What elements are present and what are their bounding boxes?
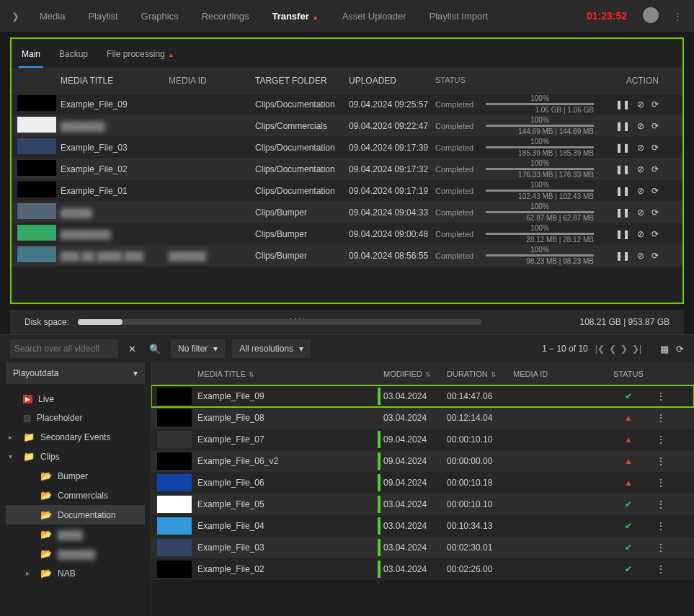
mcol-id[interactable]: MEDIA ID — [513, 370, 548, 378]
tree-item-bumper[interactable]: 📂Bumper — [6, 466, 145, 486]
row-menu-icon[interactable]: ⋮ — [657, 456, 665, 466]
topnav-tab-transfer[interactable]: Transfer▲ — [262, 4, 329, 29]
topnav-tab-playlist[interactable]: Playlist — [78, 4, 128, 29]
transfer-row[interactable]: ▓▓▓▓▓▓▓▓ Clips/Bumper 09.04.2024 09:00:4… — [12, 223, 682, 245]
row-target: Clips/Documentation — [255, 99, 349, 110]
search-input[interactable] — [10, 339, 118, 358]
refresh-icon[interactable]: ⟳ — [676, 344, 684, 354]
transfer-row[interactable]: Example_File_03 Clips/Documentation 09.0… — [12, 137, 682, 159]
pause-icon[interactable]: ❚❚ — [615, 229, 630, 239]
pause-icon[interactable]: ❚❚ — [615, 164, 630, 174]
pause-icon[interactable]: ❚❚ — [615, 186, 630, 196]
media-row[interactable]: Example_File_09 03.04.2024 00:14:47.06 ✔… — [151, 385, 694, 407]
tree-item-documentation[interactable]: 📂Documentation — [6, 505, 145, 525]
retry-icon[interactable]: ⟳ — [651, 251, 659, 261]
mcol-title[interactable]: MEDIA TITLE — [197, 370, 246, 378]
tree-item-nab[interactable]: ▸📂NAB — [6, 563, 145, 583]
media-row[interactable]: Example_File_08 03.04.2024 00:12:14.04 ▲… — [151, 407, 694, 429]
pause-icon[interactable]: ❚❚ — [615, 143, 630, 153]
page-next-icon[interactable]: ❯ — [620, 344, 628, 354]
tree-item-live[interactable]: ▶Live — [6, 390, 145, 409]
mcol-duration[interactable]: DURATION — [447, 370, 488, 378]
tree-root-select[interactable]: Playoutdata▾ — [6, 362, 145, 384]
sort-icon[interactable]: ⇅ — [425, 371, 431, 378]
tree-item-▓▓▓▓▓▓[interactable]: 📂▓▓▓▓▓▓ — [6, 544, 145, 563]
thumbnail — [17, 203, 56, 219]
row-menu-icon[interactable]: ⋮ — [657, 564, 665, 574]
page-last-icon[interactable]: ❯| — [632, 344, 641, 354]
retry-icon[interactable]: ⟳ — [651, 207, 659, 218]
row-menu-icon[interactable]: ⋮ — [657, 413, 665, 423]
user-icon[interactable] — [639, 3, 663, 30]
tree-item-label: Documentation — [58, 510, 116, 520]
row-menu-icon[interactable]: ⋮ — [657, 391, 665, 401]
transfer-row[interactable]: Example_File_02 Clips/Documentation 09.0… — [12, 159, 682, 180]
clear-icon[interactable]: ✕ — [125, 341, 139, 357]
row-menu-icon[interactable]: ⋮ — [657, 521, 665, 531]
retry-icon[interactable]: ⟳ — [651, 121, 659, 131]
cancel-icon[interactable]: ⊘ — [637, 121, 644, 131]
row-status: Completed — [435, 122, 486, 130]
sort-icon[interactable]: ⇅ — [249, 371, 254, 378]
media-row[interactable]: Example_File_06_v2 09.04.2024 00:00:00.0… — [151, 450, 694, 472]
media-row[interactable]: Example_File_02 03.04.2024 00:02:26.00 ✔… — [151, 558, 694, 580]
topnav-tab-playlist-import[interactable]: Playlist Import — [419, 4, 499, 29]
cancel-icon[interactable]: ⊘ — [637, 164, 644, 174]
transfer-row[interactable]: ▓▓▓ ▓▓ ▓▓▓▓ ▓▓▓ ▓▓▓▓▓▓ Clips/Bumper 09.0… — [12, 245, 682, 267]
page-first-icon[interactable]: |❮ — [595, 344, 605, 354]
cancel-icon[interactable]: ⊘ — [637, 251, 644, 261]
media-row[interactable]: Example_File_07 09.04.2024 00:00:10.10 ▲… — [151, 429, 694, 450]
pause-icon[interactable]: ❚❚ — [615, 121, 630, 131]
transfer-row[interactable]: Example_File_01 Clips/Documentation 09.0… — [12, 180, 682, 202]
folder-open-icon: 📂 — [40, 529, 52, 540]
grid-view-icon[interactable]: ▦ — [660, 344, 669, 354]
cancel-icon[interactable]: ⊘ — [637, 229, 644, 239]
retry-icon[interactable]: ⟳ — [651, 99, 659, 110]
retry-icon[interactable]: ⟳ — [651, 143, 659, 153]
status-bar — [378, 517, 381, 535]
pause-icon[interactable]: ❚❚ — [615, 99, 630, 110]
row-menu-icon[interactable]: ⋮ — [657, 543, 665, 553]
topnav-tab-asset-uploader[interactable]: Asset Uploader — [332, 4, 417, 29]
pause-icon[interactable]: ❚❚ — [615, 251, 630, 261]
tree-item-▓▓▓▓[interactable]: 📂▓▓▓▓ — [6, 525, 145, 544]
cancel-icon[interactable]: ⊘ — [637, 143, 644, 153]
cancel-icon[interactable]: ⊘ — [637, 207, 644, 218]
pause-icon[interactable]: ❚❚ — [615, 207, 630, 218]
topnav-tab-recordings[interactable]: Recordings — [192, 4, 259, 29]
tree-item-placeholder[interactable]: ▨Placeholder — [6, 409, 145, 427]
media-row[interactable]: Example_File_03 03.04.2024 00:02:30.01 ✔… — [151, 537, 694, 558]
topnav-tab-media[interactable]: Media — [30, 4, 75, 29]
nav-expand-icon[interactable]: ❯ — [7, 6, 24, 26]
sort-icon[interactable]: ⇅ — [491, 371, 497, 378]
cancel-icon[interactable]: ⊘ — [637, 99, 644, 110]
transfer-tab-backup[interactable]: Backup — [56, 45, 91, 68]
retry-icon[interactable]: ⟳ — [651, 164, 659, 174]
transfer-row[interactable]: ▓▓▓▓▓▓▓ Clips/Commercials 09.04.2024 09:… — [12, 115, 682, 137]
mcol-modified[interactable]: MODIFIED — [383, 370, 422, 378]
tree-item-clips[interactable]: ▾📁Clips — [6, 447, 145, 466]
retry-icon[interactable]: ⟳ — [651, 186, 659, 196]
media-row[interactable]: Example_File_05 03.04.2024 00:00:10.10 ✔… — [151, 494, 694, 515]
kebab-menu-icon[interactable]: ⋮ — [669, 6, 687, 26]
row-status: Completed — [435, 165, 486, 174]
search-icon[interactable]: 🔍 — [146, 341, 164, 357]
transfer-row[interactable]: Example_File_09 Clips/Documentation 09.0… — [12, 94, 682, 115]
page-prev-icon[interactable]: ❮ — [609, 344, 616, 354]
retry-icon[interactable]: ⟳ — [651, 229, 659, 239]
topnav-tab-graphics[interactable]: Graphics — [131, 4, 189, 29]
cancel-icon[interactable]: ⊘ — [637, 186, 644, 196]
filter-dropdown[interactable]: No filter▾ — [171, 339, 225, 358]
row-menu-icon[interactable]: ⋮ — [657, 478, 665, 488]
media-row[interactable]: Example_File_04 03.04.2024 00:10:34.13 ✔… — [151, 515, 694, 537]
tree-item-secondary-events[interactable]: ▸📁Secondary Events — [6, 427, 145, 447]
media-row[interactable]: Example_File_06 09.04.2024 00:00:10.18 ▲… — [151, 472, 694, 494]
row-menu-icon[interactable]: ⋮ — [657, 499, 665, 509]
thumbnail — [157, 388, 192, 405]
row-menu-icon[interactable]: ⋮ — [657, 434, 665, 445]
tree-item-commercials[interactable]: 📂Commercials — [6, 486, 145, 505]
transfer-row[interactable]: ▓▓▓▓▓ Clips/Bumper 09.04.2024 09:04:33 C… — [12, 202, 682, 223]
transfer-tab-file-processing[interactable]: File processing▲ — [104, 45, 177, 68]
transfer-tab-main[interactable]: Main — [19, 45, 43, 68]
resolution-dropdown[interactable]: All resolutions▾ — [232, 339, 311, 358]
